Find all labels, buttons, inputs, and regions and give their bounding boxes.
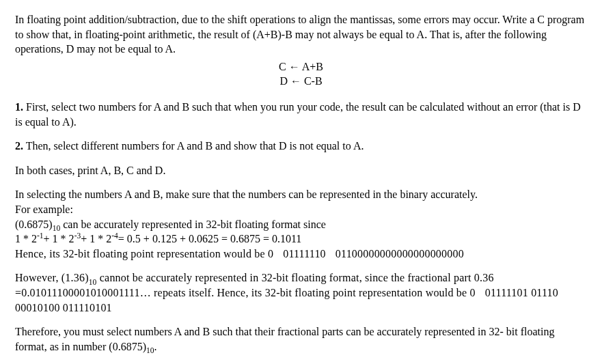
- example-number: (0.6875)10 can be accurately represented…: [15, 219, 326, 230]
- eq-mid2: + 1 * 2: [81, 233, 111, 244]
- therefore-paragraph: Therefore, you must select numbers A and…: [15, 324, 587, 354]
- select-note-line: In selecting the numbers A and B, make s…: [15, 188, 478, 200]
- example-number-prefix: (0.6875): [15, 219, 53, 230]
- intro-paragraph: In floating point addition/subtraction, …: [15, 12, 587, 57]
- eq-pre: 1 * 2: [15, 233, 37, 244]
- hence-line-1: Hence, its 32-bit floating point represe…: [15, 248, 464, 260]
- eq-mid1: + 1 * 2: [44, 233, 74, 244]
- step-2-text: Then, select different numbers for A and…: [23, 140, 364, 152]
- therefore-suffix: .: [154, 341, 156, 352]
- example-number-sub: 10: [53, 224, 61, 232]
- step-2-number: 2.: [15, 140, 23, 152]
- eq-exp3: -4: [111, 232, 118, 240]
- example-equation: 1 * 2-1+ 1 * 2-3+ 1 * 2-4= 0.5 + 0.125 +…: [15, 233, 301, 244]
- example-number-suffix: can be accurately represented in 32-bit …: [60, 219, 326, 230]
- however-exponent: 01111101: [485, 287, 528, 298]
- operation-d: D ← C-B: [15, 74, 587, 89]
- therefore-prefix: Therefore, you must select numbers A and…: [15, 326, 555, 352]
- therefore-sub: 10: [146, 346, 154, 354]
- operations-block: C ← A+B D ← C-B: [15, 59, 587, 89]
- however-paragraph: However, (1.36)10 cannot be accurately r…: [15, 270, 587, 315]
- step-2: 2. Then, select different numbers for A …: [15, 139, 587, 154]
- eq-tail: = 0.5 + 0.125 + 0.0625 = 0.6875 = 0.1011: [118, 233, 302, 244]
- operation-c: C ← A+B: [15, 59, 587, 74]
- eq-exp1: -1: [37, 232, 44, 240]
- step-1-number: 1.: [15, 101, 23, 113]
- however-sub: 10: [89, 278, 97, 286]
- hence1-mantissa: 01100000000000000000000: [336, 248, 464, 260]
- however-prefix: However, (1.36): [15, 272, 89, 283]
- step-1-text: First, select two numbers for A and B su…: [15, 101, 581, 128]
- both-cases-note: In both cases, print A, B, C and D.: [15, 163, 587, 178]
- eq-exp2: -3: [74, 232, 81, 240]
- example-label: For example:: [15, 204, 73, 215]
- hence1-exponent: 01111110: [283, 248, 326, 260]
- hence1-prefix: Hence, its 32-bit floating point represe…: [15, 248, 273, 260]
- selection-instructions: In selecting the numbers A and B, make s…: [15, 187, 587, 261]
- step-1: 1. First, select two numbers for A and B…: [15, 100, 587, 129]
